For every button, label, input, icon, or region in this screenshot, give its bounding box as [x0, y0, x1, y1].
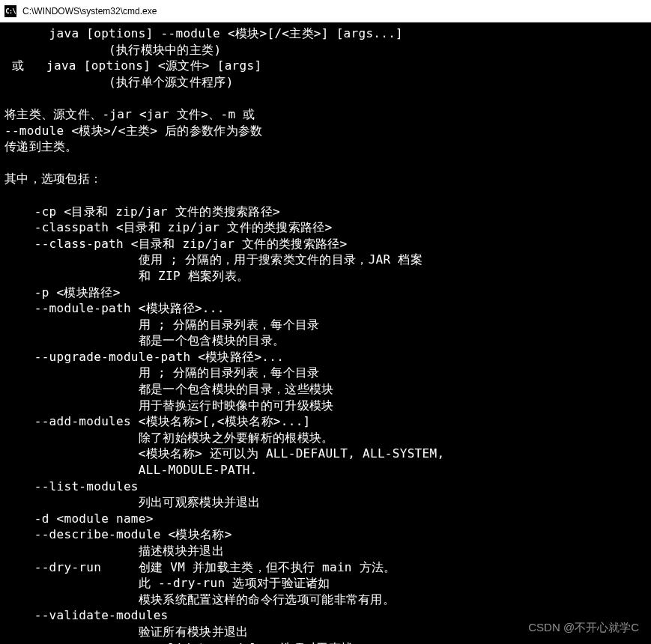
terminal-line: --class-path <目录和 zip/jar 文件的类搜索路径> — [4, 236, 647, 252]
terminal-line: --add-modules <模块名称>[,<模块名称>...] — [4, 413, 647, 430]
terminal-line: 都是一个包含模块的目录。 — [4, 332, 647, 349]
terminal-line: 或 java [options] <源文件> [args] — [4, 58, 647, 74]
terminal-line: --module <模块>/<主类> 后的参数作为参数 — [4, 123, 647, 139]
terminal-line: --describe-module <模块名称> — [4, 526, 647, 543]
terminal-line — [4, 187, 647, 204]
terminal-line: 用 ; 分隔的目录列表，每个目录 — [4, 317, 647, 333]
terminal-line: --module-path <模块路径>... — [4, 300, 647, 317]
terminal-line — [4, 90, 647, 106]
terminal-line: --validate-modules — [4, 607, 647, 624]
terminal-line: -classpath <目录和 zip/jar 文件的类搜索路径> — [4, 219, 647, 236]
terminal-output[interactable]: java [options] --module <模块>[/<主类>] [arg… — [0, 22, 651, 644]
terminal-line: -d <module name> — [4, 511, 647, 527]
terminal-line: 描述模块并退出 — [4, 543, 647, 559]
terminal-line: 此 --dry-run 选项对于验证诸如 — [4, 575, 647, 592]
terminal-line: --list-modules — [4, 479, 647, 495]
terminal-line: 使用 ; 分隔的，用于搜索类文件的目录，JAR 档案 — [4, 252, 647, 268]
terminal-line: (执行模块中的主类) — [4, 42, 647, 58]
terminal-line: 用于替换运行时映像中的可升级模块 — [4, 398, 647, 414]
terminal-line: 其中，选项包括： — [4, 171, 647, 187]
window-titlebar: C:\ C:\WINDOWS\system32\cmd.exe — [0, 0, 651, 22]
terminal-line: java [options] --module <模块>[/<主类>] [arg… — [4, 25, 647, 42]
terminal-line: 将主类、源文件、-jar <jar 文件>、-m 或 — [4, 106, 647, 123]
terminal-line: 除了初始模块之外要解析的根模块。 — [4, 430, 647, 446]
terminal-line: -cp <目录和 zip/jar 文件的类搜索路径> — [4, 204, 647, 220]
terminal-line: --dry-run 创建 VM 并加载主类，但不执行 main 方法。 — [4, 559, 647, 576]
terminal-line: 都是一个包含模块的目录，这些模块 — [4, 381, 647, 398]
terminal-line: -p <模块路径> — [4, 285, 647, 301]
terminal-line: --upgrade-module-path <模块路径>... — [4, 349, 647, 365]
terminal-line: (执行单个源文件程序) — [4, 74, 647, 91]
terminal-line: 验证所有模块并退出 — [4, 624, 647, 640]
window-title: C:\WINDOWS\system32\cmd.exe — [22, 6, 157, 16]
terminal-line: 用 ; 分隔的目录列表，每个目录 — [4, 365, 647, 381]
terminal-line: 列出可观察模块并退出 — [4, 494, 647, 511]
cmd-icon: C:\ — [4, 5, 16, 17]
terminal-line: --validate-modules 选项对于查找 — [4, 640, 647, 644]
cmd-icon-text: C:\ — [5, 7, 15, 15]
terminal-line: 模块系统配置这样的命令行选项可能非常有用。 — [4, 592, 647, 608]
terminal-line: ALL-MODULE-PATH. — [4, 462, 647, 479]
terminal-line: <模块名称> 还可以为 ALL-DEFAULT, ALL-SYSTEM, — [4, 446, 647, 462]
terminal-line: 和 ZIP 档案列表。 — [4, 268, 647, 285]
terminal-line: 传递到主类。 — [4, 139, 647, 155]
terminal-line — [4, 155, 647, 171]
